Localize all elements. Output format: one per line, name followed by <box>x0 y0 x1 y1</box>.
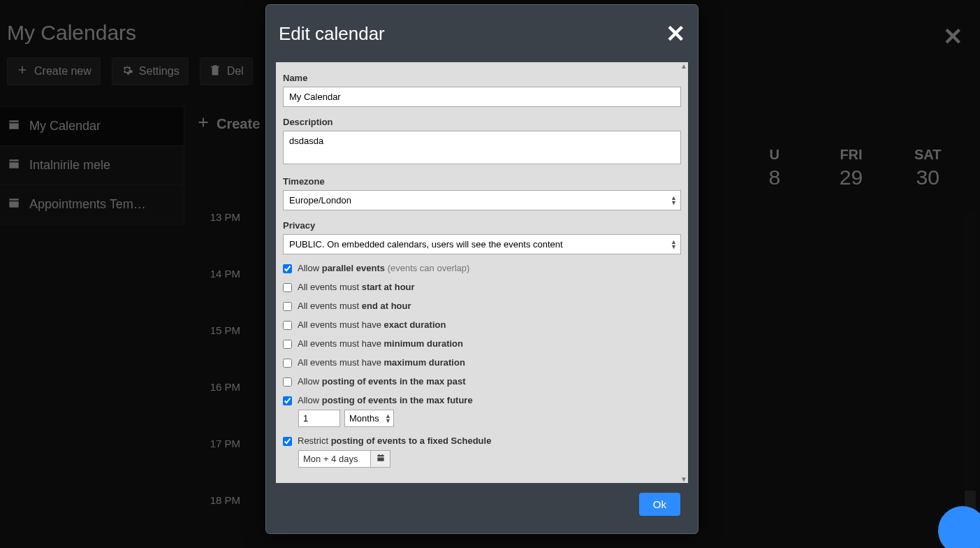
min-duration-label: All events must have minimum duration <box>298 338 463 349</box>
modal-body-wrap: Name Description dsdasda Timezone Europe… <box>276 62 688 483</box>
parallel-events-row: Allow parallel events (events can overla… <box>283 263 681 273</box>
select-caret-icon: ▲▼ <box>671 240 677 250</box>
max-future-row: Allow posting of events in the max futur… <box>283 395 681 405</box>
start-at-hour-row: All events must start at hour <box>283 282 681 292</box>
modal-overlay: Edit calendar ✕ Name Description dsdasda… <box>0 0 980 548</box>
end-at-hour-label: All events must end at hour <box>298 301 411 311</box>
start-at-hour-checkbox[interactable] <box>283 283 292 292</box>
min-duration-row: All events must have minimum duration <box>283 338 681 349</box>
max-past-row: Allow posting of events in the max past <box>283 376 681 387</box>
select-caret-icon: ▲▼ <box>385 414 391 424</box>
schedule-calendar-button[interactable] <box>370 451 390 467</box>
timezone-label: Timezone <box>283 176 681 187</box>
max-duration-row: All events must have maximum duration <box>283 357 681 368</box>
exact-duration-label: All events must have exact duration <box>298 319 446 330</box>
max-future-label: Allow posting of events in the max futur… <box>298 395 473 405</box>
exact-duration-checkbox[interactable] <box>283 321 292 330</box>
parallel-events-checkbox[interactable] <box>283 264 292 273</box>
modal-title: Edit calendar <box>279 23 385 45</box>
max-future-sub: Months ▲▼ <box>298 410 681 427</box>
schedule-sub: Mon + 4 days <box>298 450 390 468</box>
max-past-label: Allow posting of events in the max past <box>298 376 466 387</box>
name-input[interactable] <box>283 87 681 107</box>
select-caret-icon: ▲▼ <box>671 196 677 206</box>
max-duration-label: All events must have maximum duration <box>298 357 465 368</box>
max-future-checkbox[interactable] <box>283 396 292 405</box>
max-future-value-input[interactable] <box>298 410 340 427</box>
restrict-schedule-row: Restrict posting of events to a fixed Sc… <box>283 435 681 446</box>
ok-button[interactable]: Ok <box>639 493 680 516</box>
max-past-checkbox[interactable] <box>283 377 292 387</box>
parallel-events-label: Allow parallel events (events can overla… <box>298 263 469 273</box>
modal-body[interactable]: Name Description dsdasda Timezone Europe… <box>276 62 688 483</box>
description-input[interactable]: dsdasda <box>283 131 681 164</box>
schedule-text: Mon + 4 days <box>299 451 370 467</box>
start-at-hour-label: All events must start at hour <box>298 282 415 292</box>
privacy-select[interactable]: PUBLIC. On embedded calendars, users wil… <box>283 234 681 254</box>
modal-footer: Ok <box>266 493 698 533</box>
edit-calendar-modal: Edit calendar ✕ Name Description dsdasda… <box>265 4 699 534</box>
close-icon[interactable]: ✕ <box>666 22 685 45</box>
min-duration-checkbox[interactable] <box>283 340 292 349</box>
end-at-hour-checkbox[interactable] <box>283 302 292 311</box>
modal-header: Edit calendar ✕ <box>266 5 698 62</box>
end-at-hour-row: All events must end at hour <box>283 301 681 311</box>
calendar-icon <box>376 453 386 465</box>
restrict-schedule-label: Restrict posting of events to a fixed Sc… <box>298 435 491 446</box>
timezone-select[interactable]: Europe/London <box>283 190 681 210</box>
description-label: Description <box>283 117 681 127</box>
restrict-schedule-checkbox[interactable] <box>283 437 292 446</box>
max-duration-checkbox[interactable] <box>283 359 292 368</box>
name-label: Name <box>283 73 681 83</box>
privacy-label: Privacy <box>283 220 681 231</box>
exact-duration-row: All events must have exact duration <box>283 319 681 330</box>
